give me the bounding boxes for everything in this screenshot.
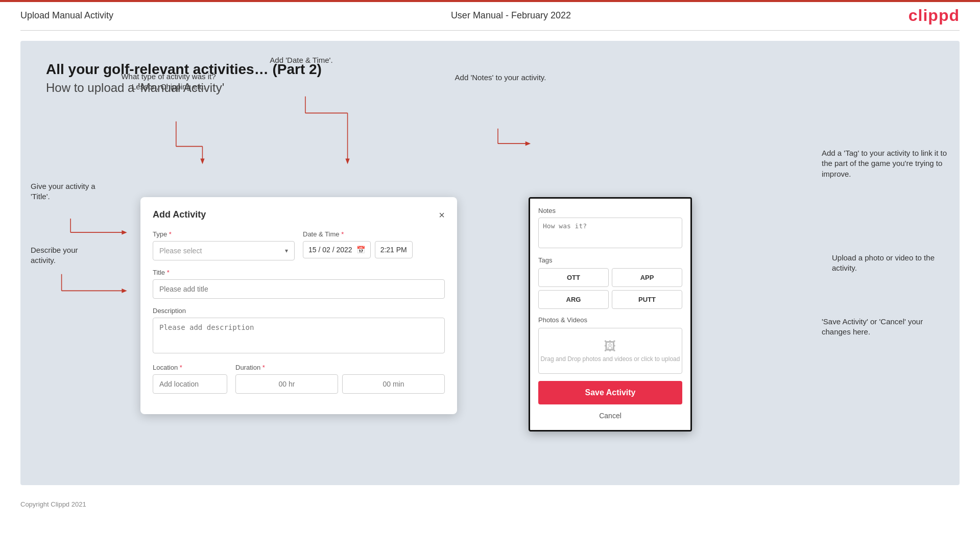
datetime-group: Date & Time * 15 / 02 / 2022 📅 2:21 PM <box>303 230 445 260</box>
photos-label: Photos & Videos <box>538 316 682 324</box>
type-group: Type * Please select ▾ <box>153 230 295 260</box>
description-group: Description <box>153 307 445 355</box>
time-input[interactable]: 2:21 PM <box>375 241 413 258</box>
tag-putt[interactable]: PUTT <box>612 290 682 309</box>
upload-text: Drag and Drop photos and videos or click… <box>541 355 680 363</box>
description-row: Description <box>153 307 445 355</box>
date-value: 15 / 02 / 2022 <box>308 246 352 254</box>
save-activity-button[interactable]: Save Activity <box>538 381 682 404</box>
page-title: Upload Manual Activity <box>20 10 113 21</box>
location-duration-row: Location * Duration * <box>153 364 445 394</box>
tags-grid: OTT APP ARG PUTT <box>538 268 682 309</box>
copyright: Copyright Clippd 2021 <box>20 500 86 508</box>
description-input[interactable] <box>153 318 445 353</box>
title-group: Title * <box>153 269 445 299</box>
type-label: Type * <box>153 230 295 238</box>
type-select[interactable]: Please select ▾ <box>153 241 295 260</box>
location-group: Location * <box>153 364 227 394</box>
duration-group: Duration * <box>235 364 445 394</box>
title-input[interactable] <box>153 279 445 299</box>
dialog-area: Add Activity × Type * Please select ▾ <box>140 115 457 414</box>
description-label: Description <box>153 307 445 315</box>
dialog-header: Add Activity × <box>153 209 445 220</box>
duration-hr-input[interactable] <box>235 374 338 394</box>
manual-title: User Manual - February 2022 <box>451 10 571 21</box>
location-input[interactable] <box>153 374 227 394</box>
upload-icon: 🖼 <box>604 339 616 353</box>
title-label: Title * <box>153 269 445 276</box>
header: Upload Manual Activity User Manual - Feb… <box>0 0 980 30</box>
notes-label: Notes <box>538 207 682 214</box>
dialog-title: Add Activity <box>153 209 206 220</box>
tag-app[interactable]: APP <box>612 268 682 287</box>
datetime-annotation: Add 'Date & Time'. <box>255 55 347 65</box>
duration-min-input[interactable] <box>342 374 445 394</box>
notes-textarea[interactable] <box>538 218 682 248</box>
date-input[interactable]: 15 / 02 / 2022 📅 <box>303 241 371 258</box>
type-annotation: What type of activity was it? Lesson, Ch… <box>117 71 220 92</box>
upload-area[interactable]: 🖼 Drag and Drop photos and videos or cli… <box>538 328 682 374</box>
tag-arg[interactable]: ARG <box>538 290 609 309</box>
chevron-down-icon: ▾ <box>285 247 288 254</box>
header-divider <box>20 30 960 31</box>
tags-label: Tags <box>538 256 682 264</box>
phone-inner: Notes Tags OTT APP ARG PUTT Photos & Vid… <box>530 199 690 430</box>
cancel-link[interactable]: Cancel <box>538 410 682 422</box>
phone-mockup: Notes Tags OTT APP ARG PUTT Photos & Vid… <box>529 197 692 432</box>
title-row: Title * <box>153 269 445 299</box>
type-datetime-row: Type * Please select ▾ Date & Time * <box>153 230 445 260</box>
tag-ott[interactable]: OTT <box>538 268 609 287</box>
main-content: All your golf-relevant activities… (Part… <box>20 41 960 485</box>
location-label: Location * <box>153 364 227 371</box>
notes-annotation: Add 'Notes' to your activity. <box>449 73 552 83</box>
duration-inputs <box>235 374 445 394</box>
datetime-label: Date & Time * <box>303 230 445 238</box>
calendar-icon: 📅 <box>356 246 365 254</box>
logo: clippd <box>909 6 960 25</box>
right-panel: Notes Tags OTT APP ARG PUTT Photos & Vid… <box>498 115 934 432</box>
footer: Copyright Clippd 2021 <box>0 495 980 513</box>
type-placeholder: Please select <box>159 247 202 255</box>
duration-label: Duration * <box>235 364 445 371</box>
add-activity-dialog: Add Activity × Type * Please select ▾ <box>140 197 457 414</box>
close-button[interactable]: × <box>439 210 445 220</box>
date-time-group: 15 / 02 / 2022 📅 2:21 PM <box>303 241 445 258</box>
